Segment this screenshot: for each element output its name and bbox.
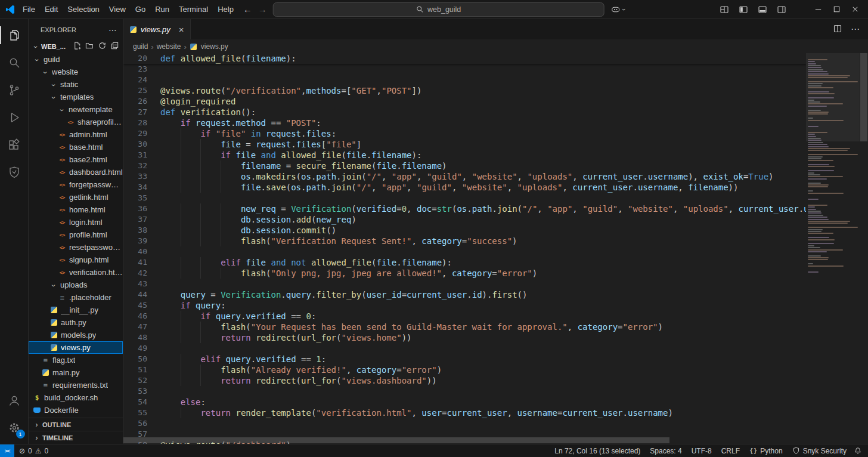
panel-timeline[interactable]: ›TIMELINE	[29, 431, 123, 444]
editor-more-actions-icon[interactable]: ⋯	[851, 24, 860, 35]
line-number[interactable]: 33	[123, 171, 147, 182]
code-line-20[interactable]: 20def allowed_file(filename):	[123, 53, 806, 64]
code-line-24[interactable]: 24	[123, 75, 806, 85]
code-line-33[interactable]: 33 os.makedirs(os.path.join("/", "app", …	[123, 171, 806, 182]
activity-source-control[interactable]	[0, 76, 29, 104]
tree-item-profile-html[interactable]: <>profile.html	[29, 229, 123, 241]
code-line-25[interactable]: 25@views.route("/verification",methods=[…	[123, 85, 806, 96]
tree-item-guild[interactable]: ›guild	[29, 53, 123, 66]
line-number[interactable]: 55	[123, 407, 147, 418]
tree-item-static[interactable]: ›static	[29, 78, 123, 91]
tree-item-verification-html[interactable]: <>verification.html	[29, 266, 123, 279]
tree-item-auth-py[interactable]: auth.py	[29, 316, 123, 329]
line-number[interactable]: 40	[123, 246, 147, 257]
line-number[interactable]: 32	[123, 160, 147, 171]
line-number[interactable]: 45	[123, 300, 147, 311]
code-line-39[interactable]: 39 flash("Verification Request Sent!", c…	[123, 236, 806, 246]
line-number[interactable]: 30	[123, 139, 147, 150]
status-problems[interactable]: ⊘ 0 ⚠ 0	[19, 447, 48, 455]
line-number[interactable]: 25	[123, 85, 147, 96]
menu-file[interactable]: File	[18, 3, 40, 16]
line-number[interactable]: 52	[123, 375, 147, 386]
code-line-28[interactable]: 28 if request.method == "POST":	[123, 118, 806, 128]
line-number[interactable]: 56	[123, 418, 147, 429]
line-number[interactable]: 31	[123, 150, 147, 160]
line-number[interactable]: 38	[123, 225, 147, 236]
code-line-43[interactable]: 43	[123, 279, 806, 289]
minimap[interactable]	[806, 53, 860, 437]
line-number[interactable]: 35	[123, 193, 147, 203]
customize-layout-icon[interactable]	[720, 5, 729, 14]
code-line-54[interactable]: 54 else:	[123, 397, 806, 407]
code-line-26[interactable]: 26@login_required	[123, 96, 806, 107]
menu-terminal[interactable]: Terminal	[174, 3, 213, 16]
code-line-38[interactable]: 38 db.session.commit()	[123, 225, 806, 236]
line-number[interactable]: 53	[123, 386, 147, 397]
split-editor-icon[interactable]	[833, 24, 842, 35]
menu-run[interactable]: Run	[150, 3, 174, 16]
tree-item-build-docker-sh[interactable]: $build_docker.sh	[29, 391, 123, 404]
line-number[interactable]: 47	[123, 322, 147, 332]
code-line-48[interactable]: 48 return redirect(url_for("views.home")…	[123, 332, 806, 343]
minimize-icon[interactable]	[814, 5, 823, 14]
status-eol[interactable]: CRLF	[721, 447, 740, 455]
code-line-29[interactable]: 29 if "file" in request.files:	[123, 128, 806, 139]
code-line-23[interactable]: 23	[123, 64, 806, 75]
tree-item-home-html[interactable]: <>home.html	[29, 203, 123, 216]
tree-item-dashboard-html[interactable]: <>dashboard.html	[29, 166, 123, 178]
tree-item-base-html[interactable]: <>base.html	[29, 141, 123, 153]
refresh-icon[interactable]	[98, 41, 107, 52]
code-line-50[interactable]: 50 elif query.verified == 1:	[123, 354, 806, 365]
line-number[interactable]: 23	[123, 64, 147, 75]
code-line-32[interactable]: 32 filename = secure_filename(file.filen…	[123, 160, 806, 171]
code-line-35[interactable]: 35	[123, 193, 806, 203]
code-editor[interactable]: 20def allowed_file(filename):232425@view…	[123, 53, 868, 444]
tree-item-admin-html[interactable]: <>admin.html	[29, 128, 123, 141]
code-line-44[interactable]: 44 query = Verification.query.filter_by(…	[123, 289, 806, 300]
code-line-31[interactable]: 31 if file and allowed_file(file.filenam…	[123, 150, 806, 160]
copilot-button[interactable]: ›	[610, 4, 625, 15]
code-line-30[interactable]: 30 file = request.files["file"]	[123, 139, 806, 150]
tree-item-forgetpassword-h-[interactable]: <>forgetpassword.h...	[29, 178, 123, 191]
tree-item-requirements-txt[interactable]: ≡requirements.txt	[29, 379, 123, 391]
line-number[interactable]: 34	[123, 182, 147, 193]
code-line-34[interactable]: 34 file.save(os.path.join("/", "app", "g…	[123, 182, 806, 193]
breadcrumb-item[interactable]: website	[157, 42, 181, 51]
code-line-56[interactable]: 56	[123, 418, 806, 429]
code-line-52[interactable]: 52 return redirect(url_for("views.dashbo…	[123, 375, 806, 386]
code-line-42[interactable]: 42 flash("Only png, jpg, jpeg are allowe…	[123, 268, 806, 279]
tree-item-models-py[interactable]: models.py	[29, 329, 123, 341]
menu-go[interactable]: Go	[131, 3, 150, 16]
activity-snyk-security[interactable]	[0, 159, 29, 186]
line-number[interactable]: 37	[123, 214, 147, 225]
explorer-more-actions-icon[interactable]: ⋯	[108, 25, 117, 35]
command-center-search[interactable]: web_guild	[273, 2, 604, 17]
line-number[interactable]: 54	[123, 397, 147, 407]
code-line-40[interactable]: 40	[123, 246, 806, 257]
tree-item-login-html[interactable]: <>login.html	[29, 216, 123, 229]
forward-arrow-icon[interactable]: →	[258, 5, 267, 14]
tree-item-base2-html[interactable]: <>base2.html	[29, 153, 123, 166]
tree-item-resetpassword-ht-[interactable]: <>resetpassword.ht...	[29, 241, 123, 254]
line-number[interactable]: 26	[123, 96, 147, 107]
toggle-secondary-sidebar-icon[interactable]	[777, 5, 786, 14]
breadcrumb-item[interactable]: guild	[133, 42, 148, 51]
tab-views-py[interactable]: views.py ×	[123, 19, 191, 39]
line-number[interactable]: 36	[123, 203, 147, 214]
collapse-all-icon[interactable]	[110, 41, 119, 52]
line-number[interactable]: 48	[123, 332, 147, 343]
code-line-27[interactable]: 27def verification():	[123, 107, 806, 118]
line-number[interactable]: 46	[123, 311, 147, 322]
tree-item-templates[interactable]: ›templates	[29, 91, 123, 103]
menu-help[interactable]: Help	[213, 3, 238, 16]
panel-outline[interactable]: ›OUTLINE	[29, 418, 123, 431]
tree-item-main-py[interactable]: main.py	[29, 366, 123, 379]
tree-item-shareprofile-html[interactable]: <>shareprofile.html	[29, 116, 123, 128]
tree-item-dockerfile[interactable]: Dockerfile	[29, 404, 123, 416]
activity-settings[interactable]: 1	[0, 414, 29, 441]
line-number[interactable]: 24	[123, 75, 147, 85]
activity-search[interactable]	[0, 49, 29, 76]
notifications-bell-icon[interactable]	[854, 447, 868, 455]
menu-selection[interactable]: Selection	[63, 3, 104, 16]
line-number[interactable]: 44	[123, 289, 147, 300]
